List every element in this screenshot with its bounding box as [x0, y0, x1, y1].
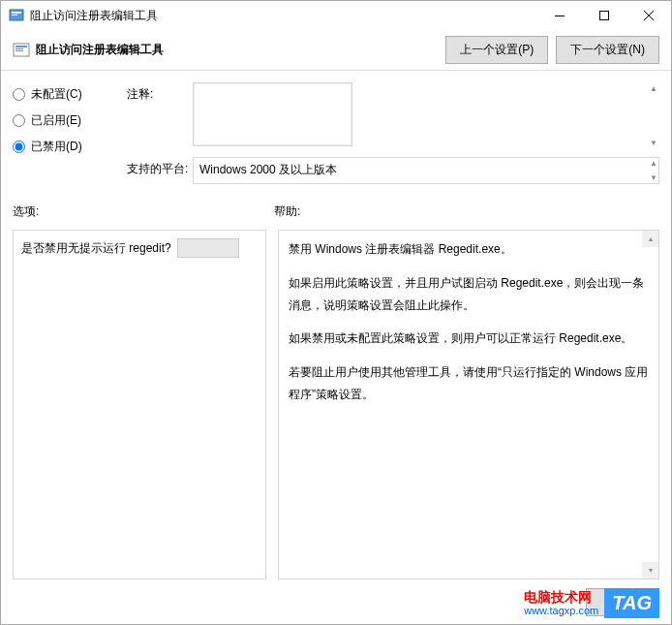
- lower-section: 是否禁用无提示运行 regedit? 禁用 Windows 注册表编辑器 Reg…: [1, 224, 671, 579]
- radio-not-configured-label: 未配置(C): [31, 86, 82, 103]
- svg-rect-1: [12, 12, 21, 14]
- help-text-p3: 如果禁用或未配置此策略设置，则用户可以正常运行 Regedit.exe。: [289, 328, 649, 350]
- maximize-button[interactable]: [582, 1, 626, 30]
- ok-button[interactable]: 确: [586, 588, 657, 616]
- help-scrollbar[interactable]: ▴ ▾: [642, 231, 658, 578]
- comment-textarea[interactable]: [193, 82, 352, 146]
- help-text-p2: 如果启用此策略设置，并且用户试图启动 Regedit.exe，则会出现一条消息，…: [289, 272, 649, 317]
- toolbar: 阻止访问注册表编辑工具 上一个设置(P) 下一个设置(N): [1, 30, 671, 71]
- options-section-label: 选项:: [13, 203, 274, 220]
- option-combo[interactable]: [177, 238, 239, 258]
- radio-not-configured[interactable]: 未配置(C): [13, 86, 109, 103]
- svg-rect-8: [15, 50, 23, 51]
- option-question-label: 是否禁用无提示运行 regedit?: [21, 240, 171, 257]
- scroll-down-icon: ▼: [650, 173, 657, 182]
- svg-rect-6: [15, 46, 27, 47]
- radio-disabled-label: 已禁用(D): [31, 139, 82, 155]
- config-section: 未配置(C) 已启用(E) 已禁用(D) 注释: ▲ ▼ 支持的平台:: [1, 71, 671, 200]
- scroll-down-icon[interactable]: ▾: [642, 562, 658, 578]
- svg-rect-3: [555, 16, 565, 16]
- supported-platform-field: Windows 2000 及以上版本: [193, 157, 659, 184]
- radio-not-configured-input[interactable]: [13, 88, 25, 101]
- help-panel: 禁用 Windows 注册表编辑器 Regedit.exe。 如果启用此策略设置…: [278, 230, 659, 579]
- svg-rect-7: [15, 48, 23, 49]
- radio-disabled[interactable]: 已禁用(D): [13, 139, 109, 155]
- svg-rect-5: [14, 44, 29, 56]
- previous-setting-button[interactable]: 上一个设置(P): [445, 36, 548, 64]
- radio-enabled[interactable]: 已启用(E): [13, 112, 109, 129]
- help-section-label: 帮助:: [274, 203, 300, 220]
- radio-enabled-label: 已启用(E): [31, 112, 81, 129]
- comment-label: 注释:: [127, 82, 193, 149]
- scroll-up-icon: ▲: [650, 84, 657, 93]
- scroll-up-icon[interactable]: ▴: [642, 231, 658, 247]
- app-icon: [9, 8, 24, 23]
- footer: 确 电脑技术网 www.tagxp.com TAG: [1, 579, 671, 624]
- svg-rect-4: [600, 12, 609, 20]
- radio-disabled-input[interactable]: [13, 141, 25, 153]
- policy-title: 阻止访问注册表编辑工具: [36, 42, 164, 58]
- titlebar: 阻止访问注册表编辑工具: [1, 1, 671, 30]
- window-controls: [537, 1, 671, 30]
- scroll-up-icon: ▲: [650, 159, 657, 168]
- section-labels: 选项: 帮助:: [1, 200, 671, 224]
- dialog-window: 阻止访问注册表编辑工具 阻止访问注册表编辑工具 上一个设置(P) 下一个设置(N…: [0, 0, 672, 625]
- platform-label: 支持的平台:: [127, 157, 193, 184]
- minimize-button[interactable]: [537, 1, 582, 30]
- help-text-p4: 若要阻止用户使用其他管理工具，请使用“只运行指定的 Windows 应用程序”策…: [289, 361, 649, 406]
- state-radio-group: 未配置(C) 已启用(E) 已禁用(D): [13, 82, 109, 192]
- scroll-down-icon: ▼: [650, 139, 657, 147]
- window-title: 阻止访问注册表编辑工具: [30, 8, 158, 24]
- policy-icon: [13, 42, 30, 59]
- next-setting-button[interactable]: 下一个设置(N): [556, 36, 659, 64]
- radio-enabled-input[interactable]: [13, 114, 25, 127]
- svg-rect-2: [12, 15, 17, 16]
- options-panel: 是否禁用无提示运行 regedit?: [13, 230, 266, 579]
- close-button[interactable]: [626, 1, 671, 30]
- help-text-p1: 禁用 Windows 注册表编辑器 Regedit.exe。: [289, 238, 649, 261]
